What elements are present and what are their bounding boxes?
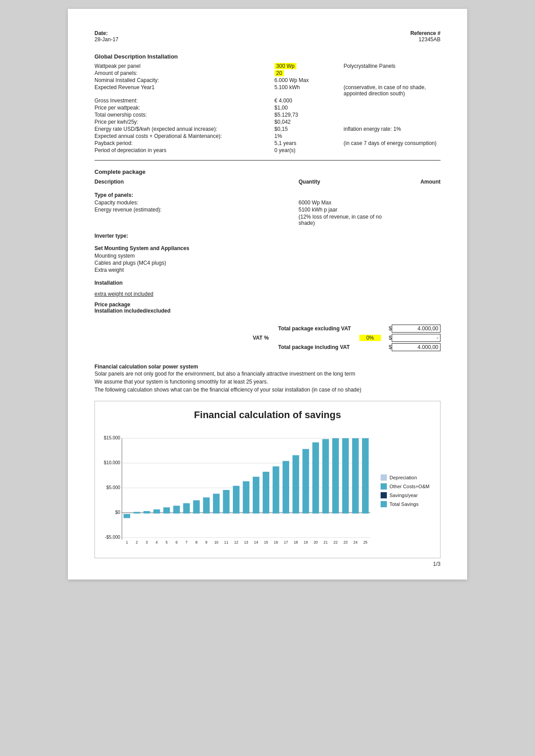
vat-label: VAT %	[253, 335, 359, 341]
svg-rect-20	[203, 497, 210, 513]
svg-text:$0: $0	[115, 510, 121, 515]
global-row: Total ownership costs:$5.129,73	[94, 111, 441, 118]
global-row-extra	[344, 70, 441, 77]
pkg-row-amt	[396, 260, 441, 266]
global-row-extra: Polycrystalline Panels	[344, 63, 441, 70]
svg-text:11: 11	[224, 540, 228, 544]
svg-rect-29	[292, 455, 299, 514]
svg-text:14: 14	[254, 540, 259, 544]
pkg-col-qty: Quantity	[299, 179, 396, 185]
pkg-section-title: Inverter type:	[94, 233, 441, 239]
global-row: Energy rate USD/$/kwh (expected annual i…	[94, 125, 441, 133]
global-row: Expected Revenue Year15.100 kWh(conserva…	[94, 84, 441, 97]
global-row-label: Price per wattpeak:	[94, 104, 275, 111]
price-package-label: Price package	[94, 302, 441, 308]
svg-text:25: 25	[363, 540, 368, 544]
legend-label: Depreciation	[389, 475, 417, 480]
svg-text:24: 24	[354, 540, 358, 544]
global-row-value: 5.100 kWh	[275, 84, 344, 97]
global-row-value: € 4.000	[275, 97, 344, 104]
svg-text:9: 9	[205, 540, 208, 544]
svg-rect-28	[283, 461, 289, 514]
pkg-section-title: Set Mounting System and Appliances	[94, 245, 441, 251]
pkg-row-desc: Extra weight	[94, 267, 299, 273]
total-vat-row: VAT % 0% $ -	[94, 334, 441, 342]
total-excl-row: Total package excluding VAT $ 4.000,00	[94, 325, 441, 333]
global-row-extra	[344, 133, 441, 140]
pkg-row-amt	[396, 214, 441, 226]
chart-legend: DepreciationOther Costs+O&MSavings/yearT…	[375, 428, 433, 553]
svg-rect-18	[183, 503, 190, 513]
ref-label: Reference #	[410, 30, 441, 36]
pkg-col-desc: Description	[94, 179, 299, 185]
global-row: Payback period:5,1 years(in case 7 days …	[94, 140, 441, 147]
svg-rect-19	[193, 500, 200, 513]
totals-section: Total package excluding VAT $ 4.000,00 V…	[94, 325, 441, 351]
legend-label: Savings/year	[389, 493, 418, 498]
svg-rect-15	[153, 509, 160, 513]
svg-text:$10.000: $10.000	[104, 460, 120, 465]
legend-label: Other Costs+O&M	[389, 484, 429, 489]
pkg-header: Description Quantity Amount	[94, 178, 441, 186]
global-section-title: Global Description Installation	[94, 53, 441, 60]
incl-label: Total package including VAT	[278, 344, 385, 350]
pkg-row: Extra weight	[94, 266, 441, 274]
page-number: 1/3	[433, 561, 441, 567]
ref-value: 12345AB	[410, 36, 441, 43]
pkg-row-desc: Energy revenue (estimated):	[94, 207, 299, 213]
global-row-label: Price per kwh/25y:	[94, 118, 275, 125]
total-incl-row: Total package including VAT $ 4.000,00	[94, 343, 441, 351]
svg-text:17: 17	[284, 540, 288, 544]
svg-rect-16	[163, 507, 170, 513]
pkg-row-desc	[94, 214, 299, 226]
global-row: Nominal Installed Capacity:6.000 Wp Max	[94, 77, 441, 84]
global-row: Expected annual costs + Operational & Ma…	[94, 133, 441, 140]
svg-rect-35	[352, 438, 359, 513]
global-row-value: 20	[275, 70, 344, 77]
svg-text:21: 21	[323, 540, 328, 544]
svg-rect-23	[233, 486, 240, 514]
global-row-extra: (conservative, in case of no shade, appo…	[344, 84, 441, 97]
pkg-row-qty: 5100 kWh p jaar	[299, 207, 396, 213]
legend-color-box	[381, 492, 387, 498]
fin-desc-line: We assume that your system is functionin…	[94, 378, 441, 386]
chart-main: $15.000 $10.000 $5.000 $0 -$5.000	[102, 428, 375, 553]
global-row-label: Wattpeak per panel	[94, 63, 275, 70]
svg-text:4: 4	[156, 540, 158, 544]
svg-rect-17	[173, 505, 180, 513]
svg-rect-30	[303, 449, 309, 514]
pkg-row-amt	[396, 253, 441, 259]
vat-amount: -	[392, 334, 441, 342]
pkg-row-amt	[396, 207, 441, 213]
incl-currency: $	[385, 344, 392, 350]
svg-rect-24	[243, 481, 249, 513]
fin-section-title: Financial calculation solar power system	[94, 364, 441, 370]
global-row-value: $0,042	[275, 118, 344, 125]
chart-bars	[124, 438, 369, 518]
svg-text:$15.000: $15.000	[104, 435, 120, 440]
global-row-value: 5,1 years	[275, 140, 344, 147]
global-row-extra	[344, 111, 441, 118]
page: Date: 28-Jan-17 Reference # 12345AB Glob…	[68, 9, 467, 580]
vat-pct: 0%	[359, 335, 381, 341]
pkg-row: (12% loss of revenue, in case of no shad…	[94, 213, 441, 227]
chart-container: Financial calculation of savings $15.000…	[94, 401, 441, 558]
global-row-label: Payback period:	[94, 140, 275, 147]
global-row-label: Period of depreciation in years	[94, 147, 275, 154]
global-row: Price per kwh/25y:$0,042	[94, 118, 441, 125]
vat-currency: $	[385, 335, 392, 341]
global-row-extra	[344, 104, 441, 111]
pkg-row: Mounting system	[94, 252, 441, 259]
svg-text:1: 1	[126, 540, 128, 544]
legend-label: Total Savings	[389, 501, 418, 507]
global-row-value: $1,00	[275, 104, 344, 111]
legend-item: Other Costs+O&M	[381, 483, 433, 490]
date-label: Date:	[94, 30, 118, 36]
svg-rect-14	[143, 511, 150, 514]
global-row-label: Gross Investment:	[94, 97, 275, 104]
svg-text:-$5.000: -$5.000	[105, 535, 120, 540]
svg-text:23: 23	[343, 540, 348, 544]
legend-color-box	[381, 474, 387, 481]
financial-section: Financial calculation solar power system…	[94, 364, 441, 558]
pkg-row: Cables and plugs (MC4 plugs)	[94, 259, 441, 266]
